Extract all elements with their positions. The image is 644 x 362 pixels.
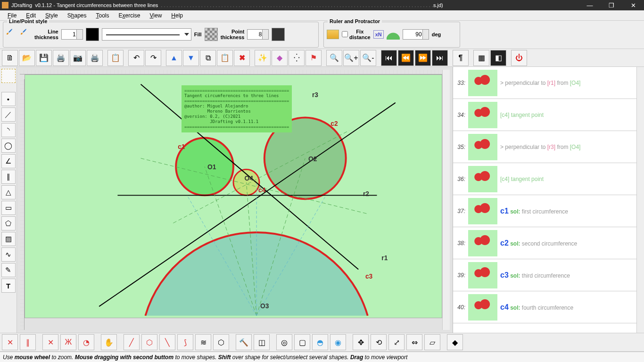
menu-exercise[interactable]: Exercise bbox=[114, 11, 145, 20]
bounds-button[interactable]: ▦ bbox=[473, 50, 489, 66]
history-row[interactable]: 39:c3 sol: third circumference bbox=[453, 259, 636, 291]
history-row[interactable]: 36:[c4] tangent point bbox=[453, 163, 636, 195]
flag-button[interactable]: ⚑ bbox=[305, 50, 322, 66]
compass-tool[interactable]: Ж bbox=[60, 334, 76, 350]
save-button[interactable]: 💾 bbox=[36, 50, 52, 66]
rect-tool[interactable]: ▭ bbox=[1, 201, 16, 215]
intersect-tool[interactable]: ✕ bbox=[2, 334, 18, 350]
arc-tool[interactable]: ◝ bbox=[1, 123, 16, 137]
hex2-tool[interactable]: ⬡ bbox=[213, 334, 229, 350]
select-rect-tool[interactable] bbox=[1, 69, 16, 83]
last-button[interactable]: ⏭ bbox=[432, 50, 448, 66]
xn-button[interactable]: xN bbox=[373, 30, 384, 39]
spline-tool[interactable]: ∿ bbox=[1, 247, 16, 262]
subtract-tool[interactable]: ◓ bbox=[312, 334, 328, 350]
prev-button[interactable]: ⏪ bbox=[398, 50, 414, 66]
seg2-tool[interactable]: ╲ bbox=[159, 334, 175, 350]
intersect2-tool[interactable]: ◉ bbox=[330, 334, 346, 350]
fix-distance-checkbox[interactable]: Fix distance bbox=[342, 29, 371, 40]
hex-tool[interactable]: ⬡ bbox=[141, 334, 157, 350]
parallel2-tool[interactable]: ∥ bbox=[20, 334, 36, 350]
drawing-canvas[interactable]: c1 c2 c3 c4 O1 O2 O3 O4 r1 r2 r3 bbox=[25, 74, 442, 318]
undo-button[interactable]: ↶ bbox=[128, 50, 144, 66]
dark-button[interactable]: ◧ bbox=[490, 50, 506, 66]
paste-button[interactable]: 📋 bbox=[107, 50, 124, 66]
pencil-tool[interactable]: ✎ bbox=[1, 263, 16, 277]
hammer-tool[interactable]: 🔨 bbox=[236, 334, 252, 350]
triangle-tool[interactable]: △ bbox=[1, 185, 16, 199]
print-button[interactable]: 🖨️ bbox=[53, 50, 69, 66]
line-thickness-spinner[interactable]: 1 bbox=[61, 29, 83, 40]
angle-spinner[interactable]: 90 bbox=[403, 29, 429, 40]
hand-tool[interactable]: ✋ bbox=[101, 334, 117, 350]
shear-tool[interactable]: ▱ bbox=[424, 334, 440, 350]
wand-button[interactable]: ✨ bbox=[255, 50, 271, 66]
circle-tool[interactable]: ◯ bbox=[1, 139, 16, 153]
canvas-scrollbar[interactable] bbox=[442, 70, 450, 330]
history-row[interactable]: 40:c4 sol: fourth circumference bbox=[453, 291, 636, 323]
clipboard-button[interactable]: 📋 bbox=[217, 50, 233, 66]
arc3-tool[interactable]: ◔ bbox=[78, 334, 94, 350]
open-button[interactable]: 📂 bbox=[19, 50, 35, 66]
history-row[interactable]: 33:> perpendicular to [r1] from [O4] bbox=[453, 67, 636, 99]
rotate-tool[interactable]: ⟲ bbox=[371, 334, 387, 350]
redo-button[interactable]: ↷ bbox=[145, 50, 161, 66]
new-button[interactable]: 🗎 bbox=[2, 50, 18, 66]
zoom-in-button[interactable]: 🔍+ bbox=[343, 50, 359, 66]
curve-tool[interactable]: ⟆ bbox=[177, 334, 193, 350]
angle-tool[interactable]: ∠ bbox=[1, 154, 16, 168]
line-color-swatch[interactable] bbox=[86, 28, 99, 41]
venn-tool[interactable]: ◎ bbox=[276, 334, 292, 350]
union-tool[interactable]: ▢ bbox=[294, 334, 310, 350]
brush2-icon[interactable]: 🖌️ bbox=[20, 29, 32, 40]
menu-help[interactable]: Help bbox=[166, 11, 188, 20]
point-thickness-spinner[interactable]: 8 bbox=[247, 29, 269, 40]
minimize-button[interactable]: — bbox=[579, 0, 601, 10]
zoom-out-button[interactable]: 🔍- bbox=[360, 50, 376, 66]
protractor-icon[interactable] bbox=[387, 29, 400, 40]
history-row[interactable]: 37:c1 sol: first circumference bbox=[453, 195, 636, 227]
close-button[interactable]: ✕ bbox=[622, 0, 644, 10]
point-tool[interactable]: • bbox=[1, 92, 16, 106]
history-text: c3 sol: third circumference bbox=[500, 271, 570, 280]
history-row[interactable]: 34:[c4] tangent point bbox=[453, 99, 636, 131]
history-row[interactable]: 38:c2 sol: second circumference bbox=[453, 227, 636, 259]
point-color-swatch[interactable] bbox=[272, 28, 285, 41]
ruler-icon[interactable] bbox=[327, 30, 339, 39]
fill-swatch[interactable] bbox=[205, 28, 218, 41]
first-button[interactable]: ⏮ bbox=[381, 50, 397, 66]
scale-tool[interactable]: ⤢ bbox=[388, 334, 405, 350]
parallel-tool[interactable]: ∥ bbox=[1, 170, 16, 184]
polygon-tool[interactable]: ⬠ bbox=[1, 216, 16, 230]
copy-button[interactable]: ⧉ bbox=[200, 50, 216, 66]
next-button[interactable]: ⏩ bbox=[415, 50, 431, 66]
pieces-tool[interactable]: ◫ bbox=[254, 334, 270, 350]
snapshot-button[interactable]: 📷 bbox=[70, 50, 86, 66]
menu-view[interactable]: View bbox=[145, 11, 167, 20]
delete-button[interactable]: ✖ bbox=[234, 50, 250, 66]
brush-icon[interactable]: 🖌️ bbox=[6, 29, 17, 40]
zig-tool[interactable]: ≋ bbox=[195, 334, 211, 350]
power-button[interactable]: ⏻ bbox=[511, 50, 527, 66]
zoom-fit-button[interactable]: 🔍 bbox=[326, 50, 342, 66]
menu-tools[interactable]: Tools bbox=[91, 11, 114, 20]
maximize-button[interactable]: ❐ bbox=[601, 0, 622, 10]
history-row[interactable]: 35:> perpendicular to [r3] from [O4] bbox=[453, 131, 636, 163]
diamond-button[interactable]: ◆ bbox=[272, 50, 288, 66]
mirror-tool[interactable]: ⇔ bbox=[406, 334, 422, 350]
x-tool[interactable]: ✕ bbox=[42, 334, 58, 350]
hatch-tool[interactable]: ▨ bbox=[1, 232, 16, 246]
dots-button[interactable]: ⁛ bbox=[289, 50, 305, 66]
print2-button[interactable]: 🖨️ bbox=[87, 50, 103, 66]
seg-tool[interactable]: ╱ bbox=[124, 334, 140, 350]
menu-shapes[interactable]: Shapes bbox=[63, 11, 91, 20]
move-tool[interactable]: ✥ bbox=[353, 334, 369, 350]
line-style-combo[interactable] bbox=[102, 28, 191, 41]
line-tool[interactable]: ／ bbox=[1, 107, 16, 122]
pilcrow-button[interactable]: ¶ bbox=[453, 50, 469, 66]
move-down-button[interactable]: ▼ bbox=[183, 50, 199, 66]
fill-tool[interactable]: ◆ bbox=[447, 334, 463, 350]
history-scrollbar[interactable] bbox=[636, 67, 644, 333]
text-tool[interactable]: T bbox=[1, 279, 16, 293]
move-up-button[interactable]: ▲ bbox=[166, 50, 182, 66]
